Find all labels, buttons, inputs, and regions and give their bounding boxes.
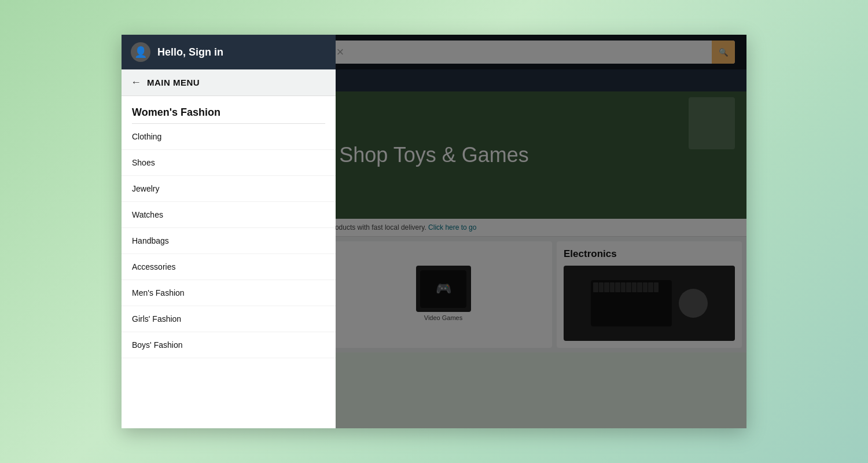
sidebar-item-girls-fashion[interactable]: Girls' Fashion: [122, 306, 336, 332]
sidebar-section-title: Women's Fashion: [122, 96, 336, 123]
sidebar-content: Women's Fashion Clothing Shoes Jewelry W…: [122, 96, 336, 428]
sidebar-item-handbags[interactable]: Handbags: [122, 228, 336, 254]
sidebar-item-clothing[interactable]: Clothing: [122, 124, 336, 150]
sidebar: 👤 Hello, Sign in ← MAIN MENU Women's Fas…: [122, 35, 336, 428]
sidebar-item-jewelry[interactable]: Jewelry: [122, 176, 336, 202]
user-avatar-icon: 👤: [131, 42, 150, 62]
back-arrow-icon[interactable]: ←: [131, 76, 141, 89]
sidebar-item-accessories[interactable]: Accessories: [122, 254, 336, 280]
close-sidebar-button[interactable]: ×: [329, 41, 352, 64]
sidebar-header: 👤 Hello, Sign in: [122, 35, 336, 69]
main-menu-label: MAIN MENU: [147, 78, 200, 87]
browser-window: 🔍 Gift Cards Sell 🤖 Shop Toys & Games az…: [122, 35, 746, 428]
sidebar-item-mens-fashion[interactable]: Men's Fashion: [122, 280, 336, 306]
sidebar-item-watches[interactable]: Watches: [122, 202, 336, 228]
sidebar-menu-header: ← MAIN MENU: [122, 69, 336, 96]
sidebar-item-shoes[interactable]: Shoes: [122, 150, 336, 176]
sidebar-item-boys-fashion[interactable]: Boys' Fashion: [122, 332, 336, 358]
sign-in-text[interactable]: Hello, Sign in: [157, 46, 223, 58]
